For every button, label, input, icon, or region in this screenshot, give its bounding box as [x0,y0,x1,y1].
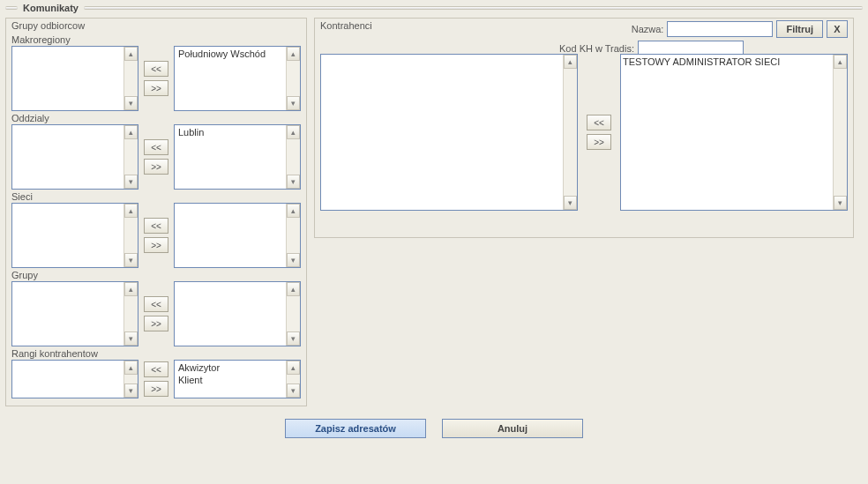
scroll-up-icon[interactable]: ▴ [834,55,847,69]
list-item[interactable]: TESTOWY ADMINISTRATOR SIECI [623,56,833,68]
scroll-down-icon[interactable]: ▾ [124,383,138,398]
move-right-button[interactable]: >> [144,159,168,175]
scroll-track[interactable] [287,61,300,96]
move-right-button[interactable]: >> [144,381,168,397]
scroll-track[interactable] [124,296,138,331]
scroll-up-icon[interactable]: ▴ [124,282,138,296]
scroll-track[interactable] [564,69,577,196]
dual-list-row: ▴▾<<>>AkwizytorKlient▴▾ [11,360,301,398]
scroll-track[interactable] [834,69,847,196]
contractors-selected-list[interactable]: TESTOWY ADMINISTRATOR SIECI ▴ ▾ [620,54,848,211]
window-title: Komunikaty [23,3,79,13]
scroll-up-icon[interactable]: ▴ [287,361,300,375]
scrollbar[interactable]: ▴▾ [286,47,300,110]
move-left-button[interactable]: << [144,61,168,77]
contractors-move-left-button[interactable]: << [587,115,611,130]
section-label: Oddzialy [11,113,301,123]
contractors-available-list[interactable]: ▴ ▾ [320,54,578,211]
listbox-target[interactable]: ▴▾ [174,203,301,268]
dual-list-row: ▴▾<<>>▴▾ [11,203,301,268]
listbox-target[interactable]: Południowy Wschód▴▾ [174,46,301,111]
section-label: Sieci [11,191,301,202]
scroll-up-icon[interactable]: ▴ [287,204,300,218]
scrollbar[interactable]: ▴▾ [123,361,138,398]
move-left-button[interactable]: << [144,139,168,155]
scroll-track[interactable] [124,139,138,175]
scroll-down-icon[interactable]: ▾ [124,96,138,110]
section-label: Rangi kontrahentow [11,348,301,359]
contractors-panel: Kontrahenci Nazwa: Filtruj X Kod KH w Tr… [314,18,854,238]
listbox-target[interactable]: ▴▾ [174,281,301,346]
scroll-down-icon[interactable]: ▾ [287,96,300,110]
move-left-button[interactable]: << [144,218,168,234]
scroll-track[interactable] [287,139,300,175]
title-decor-left [5,6,18,10]
scroll-down-icon[interactable]: ▾ [287,253,300,267]
scrollbar[interactable]: ▴▾ [123,125,138,189]
filter-button[interactable]: Filtruj [776,20,823,38]
scrollbar[interactable]: ▴▾ [286,361,300,398]
scroll-up-icon[interactable]: ▴ [287,125,300,139]
scrollbar[interactable]: ▴▾ [123,204,138,267]
scroll-track[interactable] [124,375,138,383]
list-item[interactable]: Klient [176,374,286,386]
list-item[interactable]: Południowy Wschód [176,48,286,60]
scroll-down-icon[interactable]: ▾ [124,331,138,346]
listbox-target[interactable]: AkwizytorKlient▴▾ [174,360,301,398]
listbox-source[interactable]: ▴▾ [11,46,138,111]
dual-list-row: ▴▾<<>>Południowy Wschód▴▾ [11,46,301,111]
scroll-down-icon[interactable]: ▾ [564,196,577,210]
scroll-down-icon[interactable]: ▾ [124,175,138,189]
scroll-track[interactable] [124,61,138,96]
listbox-source[interactable]: ▴▾ [11,281,138,346]
scroll-up-icon[interactable]: ▴ [124,204,138,218]
list-item[interactable]: Akwizytor [176,361,286,374]
scroll-track[interactable] [287,218,300,253]
contractors-move-right-button[interactable]: >> [587,134,611,150]
listbox-target[interactable]: Lublin▴▾ [174,124,301,190]
move-right-button[interactable]: >> [144,316,168,331]
scrollbar[interactable]: ▴▾ [286,282,300,346]
footer-buttons: Zapisz adresatów Anuluj [0,406,868,438]
save-recipients-button[interactable]: Zapisz adresatów [285,419,426,438]
scrollbar[interactable]: ▴ ▾ [833,55,847,210]
scroll-up-icon[interactable]: ▴ [124,47,138,61]
title-decor-right [84,6,863,10]
scroll-up-icon[interactable]: ▴ [124,125,138,139]
filter-name-label: Nazwa: [632,24,664,34]
scroll-up-icon[interactable]: ▴ [124,361,138,375]
section-label: Grupy [11,270,301,280]
close-button[interactable]: X [827,20,848,38]
listbox-source[interactable]: ▴▾ [11,124,138,190]
scroll-up-icon[interactable]: ▴ [287,47,300,61]
move-buttons: <<>> [142,203,170,268]
scroll-track[interactable] [287,296,300,331]
scroll-down-icon[interactable]: ▾ [287,331,300,346]
scrollbar[interactable]: ▴▾ [286,125,300,189]
scrollbar[interactable]: ▴▾ [123,282,138,346]
list-item[interactable]: Lublin [176,126,286,138]
scroll-down-icon[interactable]: ▾ [124,253,138,267]
scrollbar[interactable]: ▴▾ [286,204,300,267]
recipient-groups-panel: Grupy odbiorcow Makroregiony▴▾<<>>Połudn… [5,18,307,406]
move-right-button[interactable]: >> [144,80,168,96]
scroll-down-icon[interactable]: ▾ [287,175,300,189]
cancel-button[interactable]: Anuluj [442,419,583,438]
move-buttons: <<>> [142,360,170,398]
scroll-up-icon[interactable]: ▴ [287,282,300,296]
contractors-title: Kontrahenci [320,20,372,31]
filter-name-input[interactable] [667,21,773,37]
scroll-down-icon[interactable]: ▾ [834,196,847,210]
listbox-source[interactable]: ▴▾ [11,203,138,268]
move-left-button[interactable]: << [144,296,168,312]
scroll-down-icon[interactable]: ▾ [287,383,300,398]
dual-list-row: ▴▾<<>>Lublin▴▾ [11,124,301,190]
scroll-up-icon[interactable]: ▴ [564,55,577,69]
scroll-track[interactable] [287,375,300,383]
move-right-button[interactable]: >> [144,237,168,253]
scroll-track[interactable] [124,218,138,253]
scrollbar[interactable]: ▴▾ [123,47,138,110]
listbox-source[interactable]: ▴▾ [11,360,138,398]
move-left-button[interactable]: << [144,361,168,377]
scrollbar[interactable]: ▴ ▾ [563,55,577,210]
